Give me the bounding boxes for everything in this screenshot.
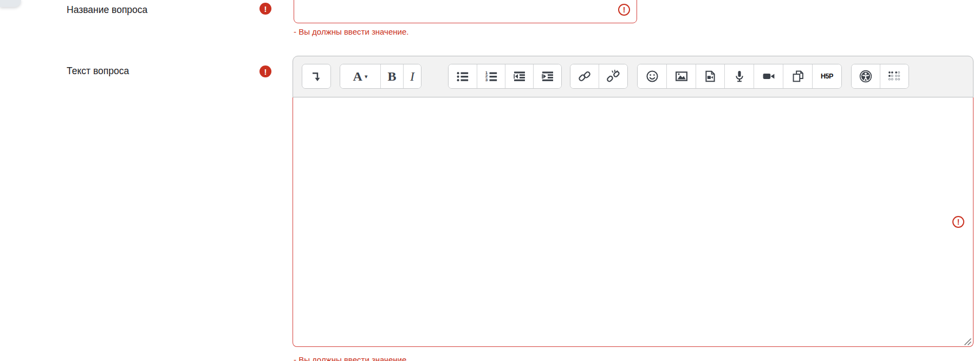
unlink-button[interactable] xyxy=(599,64,627,88)
ordered-list-button[interactable]: 1 2 3 xyxy=(477,64,505,88)
svg-text:3: 3 xyxy=(485,77,488,82)
question-name-field-wrap: ! xyxy=(294,0,637,23)
toolbar-group-links xyxy=(570,64,628,89)
question-text-error: - Вы должны ввести значение. xyxy=(294,355,408,361)
accessibility-icon xyxy=(859,69,873,83)
toolbar-group-lists: 1 2 3 xyxy=(448,64,562,89)
required-exclamation: ! xyxy=(264,68,267,76)
atto-editor: A ▾ B I xyxy=(293,56,973,347)
required-icon: ! xyxy=(259,3,271,15)
cropped-card-corner xyxy=(0,0,21,7)
question-name-label: Название вопроса xyxy=(67,4,147,16)
question-name-input[interactable] xyxy=(294,0,637,23)
screenreader-helper-button[interactable] xyxy=(880,64,908,88)
toolbar-group-text: A ▾ B I xyxy=(340,64,421,89)
required-icon: ! xyxy=(259,65,271,77)
unlink-icon xyxy=(606,69,620,83)
italic-icon: I xyxy=(410,69,414,84)
copy-files-icon xyxy=(791,69,805,83)
link-button[interactable] xyxy=(570,64,599,88)
emoji-button[interactable] xyxy=(638,64,666,88)
indent-button[interactable] xyxy=(533,64,561,88)
question-name-error: - Вы должны ввести значение. xyxy=(294,27,408,36)
braille-dots-icon xyxy=(887,70,902,82)
show-more-buttons-button[interactable] xyxy=(302,64,330,88)
link-icon xyxy=(577,69,592,83)
validation-warning-icon: ! xyxy=(952,216,964,228)
manage-files-button[interactable] xyxy=(783,64,812,88)
accessibility-checker-button[interactable] xyxy=(852,64,880,88)
warning-exclamation: ! xyxy=(623,6,626,14)
chevron-down-icon: ▾ xyxy=(365,73,368,80)
italic-button[interactable]: I xyxy=(403,64,421,88)
validation-warning-icon: ! xyxy=(618,4,630,16)
expand-arrow-icon xyxy=(309,69,323,83)
record-audio-button[interactable] xyxy=(724,64,754,88)
bold-icon: B xyxy=(387,69,396,84)
toolbar-group-media: H5P xyxy=(637,64,842,89)
insert-media-button[interactable] xyxy=(696,64,724,88)
insert-image-button[interactable] xyxy=(666,64,696,88)
outdent-button[interactable] xyxy=(505,64,533,88)
bold-button[interactable]: B xyxy=(380,64,403,88)
image-icon xyxy=(674,69,689,83)
media-file-icon xyxy=(703,69,717,83)
record-video-button[interactable] xyxy=(754,64,783,88)
h5p-button[interactable]: H5P xyxy=(812,64,841,88)
toolbar-group-collapse xyxy=(302,64,331,89)
bullet-list-icon xyxy=(456,69,470,83)
indent-icon xyxy=(541,69,555,83)
question-text-label: Текст вопроса xyxy=(67,65,129,77)
font-style-icon: A xyxy=(353,69,362,84)
warning-exclamation: ! xyxy=(957,218,960,226)
video-camera-icon xyxy=(762,69,776,83)
unordered-list-button[interactable] xyxy=(449,64,477,88)
font-style-button[interactable]: A ▾ xyxy=(340,64,380,88)
required-exclamation: ! xyxy=(264,5,267,13)
numbered-list-icon: 1 2 3 xyxy=(484,69,498,83)
microphone-icon xyxy=(732,69,747,83)
emoji-smile-icon xyxy=(645,69,659,83)
toolbar-group-accessibility xyxy=(851,64,909,89)
question-text-editor-area[interactable] xyxy=(293,97,973,347)
question-edit-form: Название вопроса ! ! - Вы должны ввести … xyxy=(0,0,980,361)
h5p-logo-icon: H5P xyxy=(821,73,833,80)
editor-resize-handle[interactable] xyxy=(963,337,972,346)
outdent-icon xyxy=(512,69,527,83)
atto-toolbar: A ▾ B I xyxy=(293,56,973,97)
resize-grip-icon xyxy=(963,337,972,346)
